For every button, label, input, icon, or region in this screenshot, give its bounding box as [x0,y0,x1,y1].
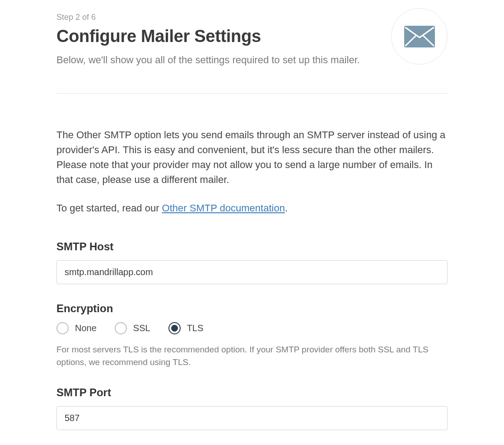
doc-link[interactable]: Other SMTP documentation [162,202,285,214]
smtp-port-label: SMTP Port [56,386,448,399]
page-subtitle: Below, we'll show you all of the setting… [56,54,378,66]
smtp-host-input[interactable] [56,260,448,284]
intro-start-prefix: To get started, read our [56,202,162,214]
mail-icon-circle [391,8,448,65]
smtp-host-label: SMTP Host [56,240,448,253]
encryption-radio-ssl[interactable]: SSL [115,322,150,334]
radio-circle-icon [115,322,127,334]
encryption-radio-ssl-label: SSL [133,323,150,333]
smtp-port-field-group: SMTP Port [56,386,448,430]
encryption-radio-tls-label: TLS [187,323,204,333]
encryption-help-text: For most servers TLS is the recommended … [56,343,448,368]
encryption-radio-row: None SSL TLS [56,322,448,334]
smtp-host-field-group: SMTP Host [56,240,448,284]
divider [56,93,448,94]
svg-rect-0 [404,26,435,47]
intro-start-suffix: . [285,202,288,214]
smtp-port-input[interactable] [56,406,448,430]
encryption-radio-none-label: None [75,323,97,333]
encryption-radio-none[interactable]: None [56,322,97,334]
envelope-icon [404,26,435,47]
encryption-field-group: Encryption None SSL TLS For most servers… [56,302,448,368]
intro-doc-line: To get started, read our Other SMTP docu… [56,201,448,215]
radio-circle-selected-icon [168,322,181,334]
radio-dot-icon [171,325,178,332]
page-title: Configure Mailer Settings [56,27,378,46]
step-indicator: Step 2 of 6 [56,13,378,22]
encryption-radio-tls[interactable]: TLS [168,322,204,334]
radio-circle-icon [56,322,69,334]
encryption-label: Encryption [56,302,448,315]
intro-description: The Other SMTP option lets you send emai… [56,127,448,187]
